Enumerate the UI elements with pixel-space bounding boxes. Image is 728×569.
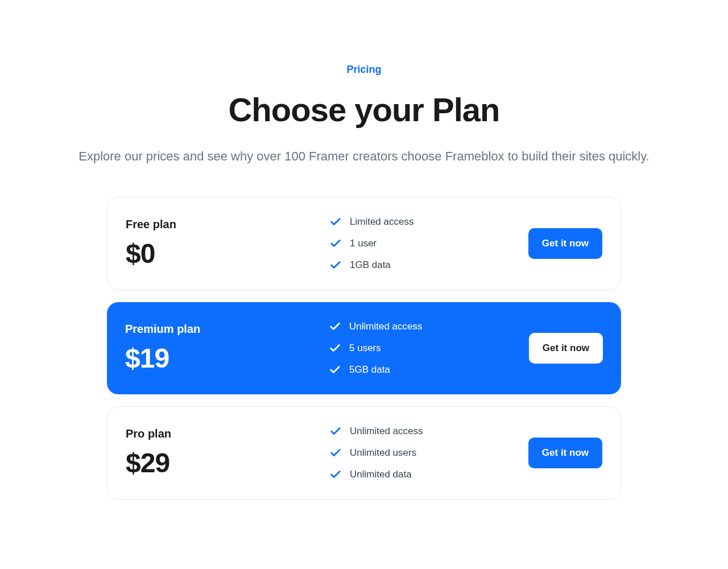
get-it-now-button[interactable]: Get it now xyxy=(528,438,602,468)
feature-item: 1 user xyxy=(329,237,528,250)
plan-header: Premium plan $19 xyxy=(125,323,329,374)
feature-item: Unlimited users xyxy=(329,447,528,459)
feature-item: Unlimited access xyxy=(329,320,529,333)
plan-card-premium: Premium plan $19 Unlimited access 5 user… xyxy=(107,302,621,394)
check-icon xyxy=(329,237,342,250)
plan-features: Unlimited access Unlimited users Unlimit… xyxy=(329,425,528,481)
feature-item: 5 users xyxy=(329,342,529,354)
pricing-section: Pricing Choose your Plan Explore our pri… xyxy=(0,64,728,500)
plan-name: Free plan xyxy=(126,218,329,231)
feature-item: Unlimited data xyxy=(329,468,528,481)
feature-text: Unlimited users xyxy=(350,447,416,459)
plan-price: $19 xyxy=(125,343,329,374)
check-icon xyxy=(329,425,342,438)
feature-item: Limited access xyxy=(329,216,528,228)
feature-text: 1 user xyxy=(350,238,377,249)
plan-features: Limited access 1 user 1GB data xyxy=(329,216,528,271)
feature-text: 5GB data xyxy=(349,364,390,376)
feature-text: Unlimited data xyxy=(350,469,412,480)
feature-text: Limited access xyxy=(350,216,413,228)
page-subtitle: Explore our prices and see why over 100 … xyxy=(78,149,649,164)
get-it-now-button[interactable]: Get it now xyxy=(529,333,603,364)
feature-text: 1GB data xyxy=(350,259,391,271)
check-icon xyxy=(329,216,342,228)
feature-item: 5GB data xyxy=(329,364,529,376)
plan-features: Unlimited access 5 users 5GB data xyxy=(329,320,529,376)
check-icon xyxy=(329,342,341,354)
check-icon xyxy=(329,364,341,376)
plan-price: $29 xyxy=(126,447,329,479)
plan-name: Premium plan xyxy=(125,323,329,336)
plan-price: $0 xyxy=(126,238,329,269)
plans-list: Free plan $0 Limited access 1 user 1GB d… xyxy=(107,197,621,500)
check-icon xyxy=(329,320,341,333)
plan-header: Free plan $0 xyxy=(126,218,329,269)
feature-text: Unlimited access xyxy=(349,321,423,332)
check-icon xyxy=(329,259,342,271)
feature-item: 1GB data xyxy=(329,259,528,271)
feature-text: 5 users xyxy=(349,343,381,354)
feature-item: Unlimited access xyxy=(329,425,528,438)
page-title: Choose your Plan xyxy=(228,90,499,129)
eyebrow-label: Pricing xyxy=(346,64,381,76)
get-it-now-button[interactable]: Get it now xyxy=(528,228,602,259)
plan-card-pro: Pro plan $29 Unlimited access Unlimited … xyxy=(107,406,621,500)
check-icon xyxy=(329,447,342,459)
check-icon xyxy=(329,468,342,481)
plan-name: Pro plan xyxy=(126,427,329,440)
plan-header: Pro plan $29 xyxy=(126,427,329,479)
plan-card-free: Free plan $0 Limited access 1 user 1GB d… xyxy=(107,197,621,290)
feature-text: Unlimited access xyxy=(350,426,423,437)
